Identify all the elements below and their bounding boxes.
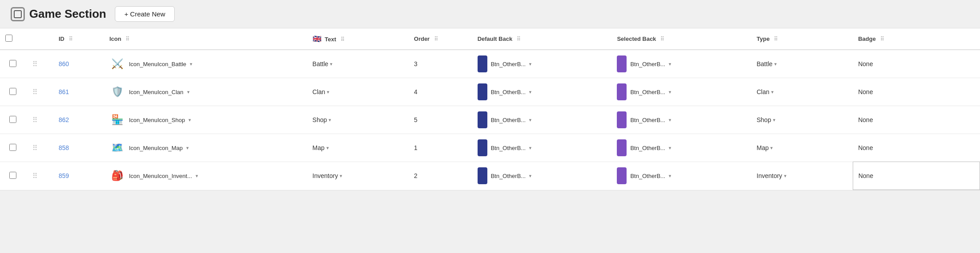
create-new-button[interactable]: + Create New (115, 6, 174, 22)
row-checkbox-4[interactable] (9, 172, 16, 179)
type-col-drag-handle[interactable]: ⠿ (774, 36, 778, 42)
row-selected-back-dropdown-4[interactable]: ▾ (669, 173, 671, 179)
row-icon-cell: 🎒 Icon_MenuIcon_Invent... ▾ (104, 162, 307, 190)
selected-back-col-drag-handle[interactable]: ⠿ (660, 36, 664, 42)
row-badge-cell: None (853, 106, 980, 134)
row-drag-handle-2[interactable]: ⠿ (31, 116, 39, 124)
row-id-link-0[interactable]: 860 (59, 60, 69, 67)
header-default-back-label: Default Back (478, 36, 513, 42)
row-type-cell: Map ▾ (751, 134, 853, 162)
row-icon-img-4: 🎒 (110, 168, 125, 184)
row-default-back-preview-4 (478, 167, 487, 184)
row-selected-back-label-1: Btn_OtherB... (630, 89, 665, 95)
row-type-cell: Battle ▾ (751, 50, 853, 78)
row-type-value-4: Inventory (757, 172, 782, 179)
row-checkbox-3[interactable] (9, 144, 16, 151)
default-back-col-drag-handle[interactable]: ⠿ (517, 36, 521, 42)
order-col-drag-handle[interactable]: ⠿ (434, 36, 438, 42)
row-default-back-cell: Btn_OtherB... ▾ (472, 106, 612, 134)
row-type-dropdown-2[interactable]: ▾ (773, 117, 776, 123)
row-order-value-1: 4 (414, 88, 418, 95)
row-id-link-3[interactable]: 858 (59, 144, 69, 151)
row-text-cell: Battle ▾ (307, 50, 409, 78)
row-selected-back-preview-3 (617, 139, 627, 156)
row-default-back-preview-0 (478, 55, 487, 72)
row-text-cell: Map ▾ (307, 134, 409, 162)
row-checkbox-cell (0, 106, 25, 134)
row-text-value-4: Inventory (313, 172, 338, 179)
row-checkbox-2[interactable] (9, 116, 16, 123)
row-selected-back-dropdown-3[interactable]: ▾ (669, 145, 671, 151)
header-order-col: Order ⠿ (409, 28, 472, 50)
row-selected-back-dropdown-1[interactable]: ▾ (669, 89, 671, 95)
row-order-cell: 3 (409, 50, 472, 78)
icon-col-drag-handle[interactable]: ⠿ (125, 36, 129, 42)
badge-col-drag-handle[interactable]: ⠿ (880, 36, 884, 42)
row-icon-cell: 🏪 Icon_MenuIcon_Shop ▾ (104, 106, 307, 134)
row-drag-handle-1[interactable]: ⠿ (31, 88, 39, 96)
row-text-dropdown-4[interactable]: ▾ (340, 173, 342, 179)
row-default-back-preview-1 (478, 83, 487, 100)
row-text-dropdown-0[interactable]: ▾ (330, 61, 333, 67)
row-icon-cell: ⚔️ Icon_MenuIcon_Battle ▾ (104, 50, 307, 78)
row-default-back-cell: Btn_OtherB... ▾ (472, 134, 612, 162)
row-type-dropdown-0[interactable]: ▾ (774, 61, 777, 67)
row-id-link-1[interactable]: 861 (59, 88, 69, 95)
row-type-value-1: Clan (757, 88, 769, 95)
row-text-dropdown-3[interactable]: ▾ (326, 145, 329, 151)
row-drag-cell: ⠿ (25, 134, 53, 162)
row-id-cell: 861 (53, 78, 104, 106)
row-order-value-2: 5 (414, 116, 418, 123)
row-badge-cell: None (853, 162, 980, 190)
row-checkbox-0[interactable] (9, 60, 16, 67)
row-default-back-cell: Btn_OtherB... ▾ (472, 162, 612, 190)
row-text-cell: Shop ▾ (307, 106, 409, 134)
row-text-dropdown-2[interactable]: ▾ (329, 117, 331, 123)
flag-icon: 🇬🇧 (313, 35, 321, 43)
row-default-back-label-0: Btn_OtherB... (491, 61, 526, 67)
row-selected-back-cell: Btn_OtherB... ▾ (612, 106, 751, 134)
row-selected-back-preview-4 (617, 167, 627, 184)
row-checkbox-1[interactable] (9, 88, 16, 95)
row-selected-back-label-3: Btn_OtherB... (630, 145, 665, 151)
row-id-link-4[interactable]: 859 (59, 172, 69, 179)
row-type-dropdown-4[interactable]: ▾ (784, 173, 787, 179)
id-col-drag-handle[interactable]: ⠿ (69, 36, 73, 42)
row-drag-handle-4[interactable]: ⠿ (31, 172, 39, 180)
row-icon-dropdown-3[interactable]: ▾ (186, 145, 189, 151)
text-col-drag-handle[interactable]: ⠿ (341, 36, 345, 43)
table-row: ⠿ 861 🛡️ Icon_MenuIcon_Clan ▾ Clan ▾ 4 B… (0, 78, 980, 106)
row-icon-name-3: Icon_MenuIcon_Map (129, 145, 183, 151)
row-drag-handle-3[interactable]: ⠿ (31, 144, 39, 152)
row-default-back-dropdown-4[interactable]: ▾ (529, 173, 532, 179)
row-badge-cell: None (853, 78, 980, 106)
row-drag-handle-0[interactable]: ⠿ (31, 60, 39, 68)
row-selected-back-dropdown-0[interactable]: ▾ (669, 61, 671, 67)
header-text-col: 🇬🇧 Text ⠿ (307, 28, 409, 50)
row-icon-cell: 🛡️ Icon_MenuIcon_Clan ▾ (104, 78, 307, 106)
header-icon-label: Icon (110, 36, 122, 42)
row-selected-back-dropdown-2[interactable]: ▾ (669, 117, 671, 123)
create-btn-label: + Create New (124, 10, 165, 18)
row-id-link-2[interactable]: 862 (59, 116, 69, 123)
row-text-dropdown-1[interactable]: ▾ (327, 89, 329, 95)
row-icon-dropdown-0[interactable]: ▾ (190, 61, 192, 67)
row-default-back-dropdown-0[interactable]: ▾ (529, 61, 532, 67)
row-type-dropdown-1[interactable]: ▾ (771, 89, 774, 95)
row-type-value-3: Map (757, 144, 768, 151)
row-selected-back-cell: Btn_OtherB... ▾ (612, 134, 751, 162)
row-icon-dropdown-1[interactable]: ▾ (187, 89, 190, 95)
row-icon-dropdown-4[interactable]: ▾ (196, 173, 198, 179)
row-default-back-dropdown-3[interactable]: ▾ (529, 145, 532, 151)
row-default-back-dropdown-1[interactable]: ▾ (529, 89, 532, 95)
header-default-back-col: Default Back ⠿ (472, 28, 612, 50)
row-type-dropdown-3[interactable]: ▾ (770, 145, 773, 151)
row-default-back-label-4: Btn_OtherB... (491, 173, 526, 179)
row-checkbox-cell (0, 50, 25, 78)
row-icon-dropdown-2[interactable]: ▾ (188, 117, 191, 123)
row-type-value-0: Battle (757, 60, 772, 67)
page: Game Section + Create New ID ⠿ Icon (0, 0, 980, 253)
select-all-checkbox[interactable] (5, 35, 12, 42)
row-default-back-dropdown-2[interactable]: ▾ (529, 117, 532, 123)
row-selected-back-label-4: Btn_OtherB... (630, 173, 665, 179)
